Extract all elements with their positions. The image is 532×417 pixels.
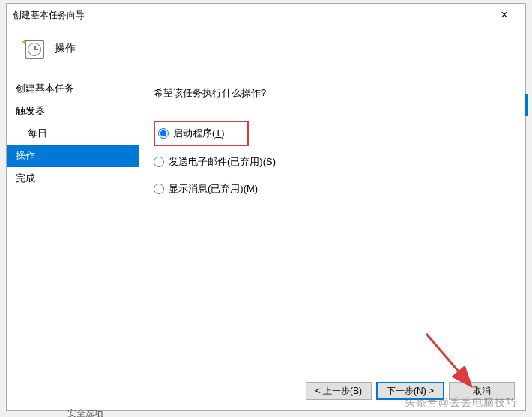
radio-send-email-input[interactable] (154, 157, 164, 167)
sidebar-item-create-task[interactable]: 创建基本任务 (7, 77, 139, 100)
radio-display-message-input[interactable] (154, 184, 164, 194)
sidebar-item-finish[interactable]: 完成 (7, 167, 139, 190)
wizard-button-bar: < 上一步(B) 下一步(N) > 取消 (306, 382, 515, 400)
action-prompt: 希望该任务执行什么操作? (154, 86, 510, 100)
wizard-content: 希望该任务执行什么操作? 启动程序(T) 发送电子邮件(已弃用)(S) (139, 74, 525, 382)
wizard-header: ✦ 操作 (7, 26, 525, 74)
action-radio-group: 启动程序(T) 发送电子邮件(已弃用)(S) 显示消息(已弃用)(M) (154, 121, 510, 199)
wizard-body: 创建基本任务 触发器 每日 操作 完成 希望该任务执行什么操作? 启动程序(T)… (7, 74, 525, 382)
back-button[interactable]: < 上一步(B) (306, 382, 372, 400)
radio-start-program[interactable]: 启动程序(T) (154, 121, 249, 146)
sidebar-item-trigger[interactable]: 触发器 (7, 100, 139, 122)
window-title: 创建基本任务向导 (13, 9, 489, 22)
page-heading: 操作 (55, 42, 76, 56)
radio-label: 启动程序(T) (173, 127, 225, 140)
radio-label: 显示消息(已弃用)(M) (169, 182, 258, 196)
edge-accent (525, 94, 528, 116)
titlebar: 创建基本任务向导 × (7, 4, 525, 26)
cancel-button[interactable]: 取消 (449, 382, 515, 400)
wizard-steps-sidebar: 创建基本任务 触发器 每日 操作 完成 (7, 74, 139, 382)
radio-display-message[interactable]: 显示消息(已弃用)(M) (154, 179, 510, 199)
radio-label: 发送电子邮件(已弃用)(S) (169, 155, 276, 169)
wizard-dialog: 创建基本任务向导 × ✦ 操作 创建基本任务 触发器 每日 操作 完成 希望该任… (6, 3, 526, 411)
sidebar-item-action[interactable]: 操作 (7, 145, 139, 167)
next-button[interactable]: 下一步(N) > (376, 382, 444, 400)
radio-start-program-input[interactable] (158, 128, 169, 139)
task-scheduler-icon: ✦ (22, 37, 46, 61)
stray-text: 安全选项 (67, 407, 103, 417)
radio-send-email[interactable]: 发送电子邮件(已弃用)(S) (154, 152, 510, 172)
sidebar-item-daily[interactable]: 每日 (7, 122, 139, 145)
close-button[interactable]: × (489, 8, 519, 22)
